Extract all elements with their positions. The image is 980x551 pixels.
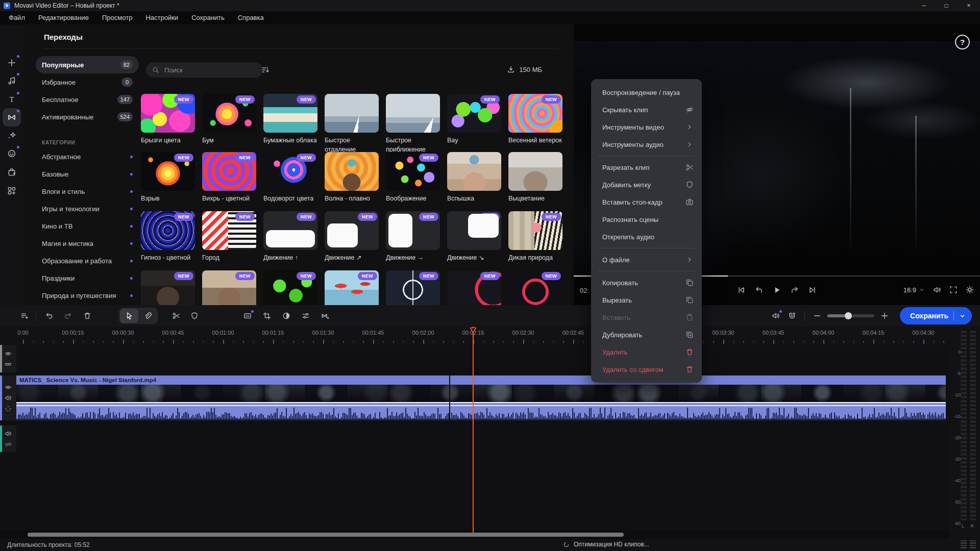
transition-item[interactable]: NEW Движение ↘ <box>447 211 501 263</box>
transition-item[interactable]: NEW <box>202 270 256 305</box>
context-menu-item[interactable]: Инструменты аудио <box>591 136 702 153</box>
delete-button[interactable] <box>83 312 91 320</box>
zoom-in-button[interactable] <box>880 312 889 320</box>
fullscreen-button[interactable] <box>949 286 958 294</box>
transition-thumbnail[interactable]: NEW <box>386 152 440 191</box>
context-menu-item[interactable]: Распознать сцены <box>591 211 702 228</box>
redo-button[interactable] <box>64 312 72 320</box>
transition-item[interactable]: Волна - плавно <box>325 152 379 204</box>
crop-button[interactable] <box>263 312 271 320</box>
collection-item-2[interactable]: Бесплатное 147 <box>36 91 139 108</box>
context-menu-item[interactable]: Вырезать <box>591 291 702 309</box>
transition-item[interactable]: NEW Весенний ветерок <box>508 94 562 145</box>
help-button[interactable]: ? <box>955 35 970 49</box>
eye-icon[interactable] <box>5 350 12 357</box>
add-marker-button[interactable] <box>190 312 199 320</box>
category-item[interactable]: Игры и технологии <box>36 200 139 217</box>
keyframes-icon[interactable] <box>5 405 12 412</box>
transition-thumbnail[interactable]: NEW <box>141 211 195 250</box>
activity-store[interactable] <box>3 163 21 181</box>
category-item[interactable]: Природа и путешествия <box>36 287 139 304</box>
clip-edit-tool-button[interactable] <box>138 309 157 323</box>
transition-thumbnail[interactable]: NEW <box>447 270 501 305</box>
eye-icon[interactable] <box>5 384 12 391</box>
link-icon[interactable] <box>5 361 12 368</box>
maximize-button[interactable]: □ <box>935 0 958 11</box>
category-item[interactable]: Образование и работа <box>36 252 139 269</box>
export-button[interactable]: Сохранить <box>900 307 972 324</box>
category-item[interactable]: Магия и мистика <box>36 235 139 252</box>
video-clip[interactable]: MATICS_ Science Vs. Music - Nigel Stanfo… <box>16 375 946 420</box>
activity-audio[interactable] <box>3 71 21 90</box>
activity-add-media[interactable] <box>3 54 21 72</box>
speaker-icon[interactable] <box>5 430 12 437</box>
magnet-button[interactable] <box>788 312 796 320</box>
context-menu-item[interactable]: Открепить аудио <box>591 228 702 245</box>
menu-item-5[interactable]: Справка <box>231 11 271 24</box>
transition-thumbnail[interactable] <box>508 152 562 191</box>
zoom-out-button[interactable] <box>813 312 821 320</box>
transition-item[interactable]: NEW Бум <box>202 94 256 145</box>
add-transition-button[interactable] <box>321 312 329 320</box>
pointer-tool-button[interactable] <box>120 309 138 323</box>
activity-transitions[interactable] <box>3 108 21 127</box>
transition-item[interactable]: NEW Движение ↑ <box>263 211 317 263</box>
audio-normalize-button[interactable] <box>772 312 780 320</box>
transition-item[interactable]: NEW Дикая природа <box>508 211 562 263</box>
transition-item[interactable]: NEW Город <box>202 211 256 263</box>
transition-thumbnail[interactable] <box>325 152 379 191</box>
transition-item[interactable]: NEW <box>263 270 317 305</box>
unlink-icon[interactable] <box>5 441 12 448</box>
download-size-chip[interactable]: 150 МБ <box>507 65 542 73</box>
transition-thumbnail[interactable]: NEW <box>202 94 256 133</box>
context-menu-item[interactable]: Добавить метку <box>591 176 702 193</box>
menu-item-0[interactable]: Файл <box>2 11 32 24</box>
context-menu-item[interactable]: Воспроизведение / пауза <box>591 84 702 101</box>
transition-thumbnail[interactable]: NEW <box>263 94 317 133</box>
subtitles-button[interactable]: CC <box>243 312 252 320</box>
collection-item-1[interactable]: Избранное 0 <box>36 73 139 91</box>
category-item[interactable]: Праздники <box>36 269 139 287</box>
activity-stickers[interactable] <box>3 144 21 163</box>
color-adjust-button[interactable] <box>282 312 290 320</box>
transition-thumbnail[interactable]: NEW <box>386 270 440 305</box>
transition-thumbnail[interactable] <box>386 94 440 133</box>
search-box[interactable] <box>146 62 263 78</box>
category-item[interactable]: Кино и ТВ <box>36 217 139 235</box>
video-track[interactable]: MATICS_ Science Vs. Music - Nigel Stanfo… <box>0 375 949 420</box>
context-menu-item[interactable]: Дублировать <box>591 326 702 343</box>
menu-item-3[interactable]: Настройки <box>139 11 185 24</box>
scrollbar-thumb[interactable] <box>28 533 624 537</box>
transition-item[interactable]: NEW Водоворот цвета <box>263 152 317 204</box>
overlay-track[interactable] <box>0 345 949 372</box>
play-button[interactable] <box>773 286 781 294</box>
transition-item[interactable]: NEW <box>141 270 195 305</box>
transition-thumbnail[interactable]: NEW <box>508 270 562 305</box>
transition-item[interactable]: NEW Воображение <box>386 152 440 204</box>
transition-thumbnail[interactable]: NEW <box>263 152 317 191</box>
chevron-down-icon[interactable] <box>959 313 966 319</box>
transition-item[interactable]: Вспышка <box>447 152 501 204</box>
transition-thumbnail[interactable]: NEW <box>202 270 256 305</box>
minimize-button[interactable]: – <box>913 0 935 11</box>
skip-to-start-button[interactable] <box>737 286 746 294</box>
zoom-slider-thumb[interactable] <box>845 312 852 319</box>
close-button[interactable]: × <box>958 0 980 11</box>
transition-thumbnail[interactable] <box>447 152 501 191</box>
context-menu-item[interactable]: Удалить со сдвигом <box>591 361 702 378</box>
collection-item-0[interactable]: Популярные 82 <box>36 56 139 73</box>
transition-thumbnail[interactable]: NEW <box>508 211 562 250</box>
activity-effects[interactable] <box>3 127 21 145</box>
context-menu-item[interactable]: Разрезать клип <box>591 159 702 176</box>
activity-titles[interactable]: T <box>3 90 21 109</box>
category-item[interactable]: Влоги и стиль <box>36 183 139 200</box>
category-item[interactable]: Абстрактное <box>36 148 139 165</box>
collection-item-3[interactable]: Активированные 524 <box>36 108 139 126</box>
context-menu-item[interactable]: Удалить <box>591 343 702 361</box>
jump-back-button[interactable] <box>755 286 764 294</box>
menu-item-1[interactable]: Редактирование <box>32 11 95 24</box>
category-item[interactable]: Базовые <box>36 165 139 183</box>
transition-item[interactable]: NEW <box>447 270 501 305</box>
transition-item[interactable]: NEW Бумажные облака <box>263 94 317 145</box>
transition-thumbnail[interactable]: NEW <box>202 152 256 191</box>
